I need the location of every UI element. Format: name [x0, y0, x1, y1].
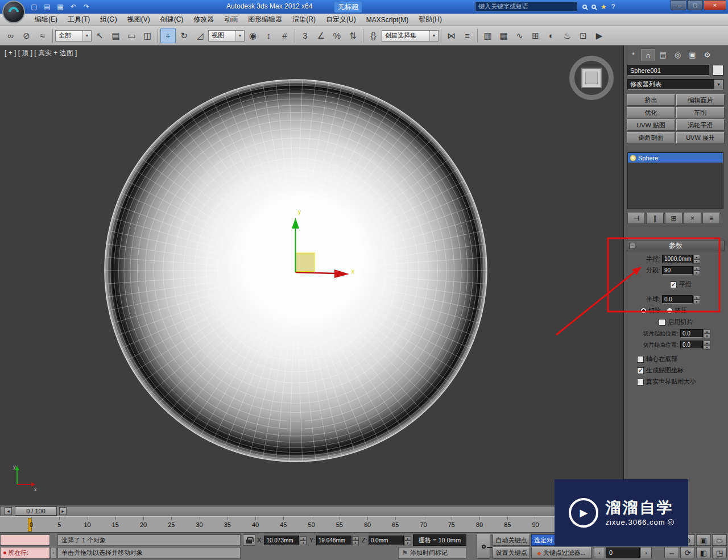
select-object-icon[interactable]: ↖: [92, 28, 107, 43]
base-pivot-checkbox[interactable]: [637, 356, 644, 363]
hemisphere-field[interactable]: 0.0: [662, 295, 693, 304]
configure-modifier-sets-icon[interactable]: ≡: [702, 213, 720, 224]
communities-search-icon[interactable]: [592, 5, 596, 9]
x-coordinate-field[interactable]: 10.073mm: [264, 536, 299, 545]
z-coordinate-field[interactable]: 0.0mm: [369, 536, 404, 545]
menu-item-4[interactable]: 创建(C): [155, 14, 189, 26]
y-spinner[interactable]: ▲▼: [352, 536, 359, 545]
smooth-checkbox[interactable]: [670, 281, 677, 288]
remove-modifier-icon[interactable]: ×: [684, 213, 701, 224]
angle-snap-icon[interactable]: ∠: [313, 28, 329, 43]
schematic-view-icon[interactable]: ⊞: [528, 28, 543, 43]
menu-item-1[interactable]: 工具(T): [63, 14, 95, 26]
select-and-link-icon[interactable]: ∞: [3, 28, 18, 43]
segments-field[interactable]: 90: [662, 266, 693, 275]
walkthrough-icon[interactable]: ◧: [696, 547, 711, 558]
modifier-button-2[interactable]: 优化: [627, 107, 675, 118]
collapse-rollout-icon[interactable]: −: [629, 243, 635, 249]
maxscript-macro-recorder[interactable]: [0, 534, 50, 546]
bind-to-space-warp-icon[interactable]: ≈: [35, 28, 50, 43]
frame-back-button[interactable]: ‹: [594, 547, 605, 558]
modifier-button-4[interactable]: UVW 贴图: [627, 119, 675, 131]
add-time-tag[interactable]: ⚑ 添加时间标记: [398, 547, 466, 559]
time-slider[interactable]: ◂ 0 / 100 ▸: [0, 505, 623, 516]
parameters-rollout-header[interactable]: − 参数: [627, 240, 725, 251]
favorites-star-icon[interactable]: ★: [601, 3, 607, 11]
redo-icon[interactable]: ↷: [81, 1, 92, 12]
menu-item-6[interactable]: 动画: [219, 14, 243, 26]
select-by-name-icon[interactable]: ▤: [108, 28, 123, 43]
current-frame-field[interactable]: 0: [606, 547, 640, 558]
radius-spinner[interactable]: ▲▼: [693, 255, 700, 263]
menu-item-3[interactable]: 视图(V): [122, 14, 155, 26]
make-unique-icon[interactable]: ⊞: [665, 213, 682, 224]
viewcube[interactable]: [569, 56, 614, 100]
close-button[interactable]: ×: [704, 0, 726, 10]
time-slider-track[interactable]: [0, 506, 623, 516]
select-and-scale-icon[interactable]: ◿: [192, 28, 208, 43]
mirror-icon[interactable]: ⋈: [444, 28, 459, 43]
slice-from-field[interactable]: 0.0: [680, 329, 703, 338]
zoom-region-icon[interactable]: ▭: [712, 534, 727, 546]
select-and-move-icon[interactable]: +: [160, 28, 176, 43]
minimize-button[interactable]: —: [671, 0, 686, 10]
chop-radio[interactable]: [640, 308, 647, 314]
material-editor-icon[interactable]: ◐: [544, 28, 559, 43]
selection-region-icon[interactable]: ▭: [124, 28, 139, 43]
maximize-viewport-icon[interactable]: ◳: [712, 547, 727, 558]
tab-display[interactable]: ▣: [685, 49, 700, 61]
tab-hierarchy[interactable]: ▤: [656, 49, 670, 61]
radius-field[interactable]: 1000.0mm: [662, 255, 693, 263]
snap-toggle-icon[interactable]: 3: [297, 28, 313, 43]
named-selection-sets-dropdown[interactable]: 创建选择集▼: [382, 30, 439, 42]
slice-from-spinner[interactable]: ▲▼: [704, 329, 710, 338]
menu-item-11[interactable]: 帮助(H): [413, 14, 447, 26]
modifier-button-7[interactable]: UVW 展开: [676, 132, 725, 143]
application-menu-button[interactable]: [2, 1, 25, 23]
viewport-top[interactable]: [ + ] [ 顶 ] [ 真实 + 边面 ]: [0, 45, 624, 505]
orbit-icon[interactable]: ⟳: [680, 547, 695, 558]
set-keys-button[interactable]: [477, 534, 490, 559]
next-frame-step-icon[interactable]: ▸: [59, 507, 67, 515]
modifier-button-6[interactable]: 倒角剖面: [627, 132, 675, 143]
modifier-stack[interactable]: Sphere: [627, 152, 723, 209]
auto-key-button[interactable]: 自动关键点: [493, 534, 530, 546]
menu-item-9[interactable]: 自定义(U): [321, 14, 361, 26]
listener-expand-button[interactable]: ‹: [51, 547, 56, 559]
real-world-checkbox[interactable]: [637, 379, 644, 385]
hemisphere-spinner[interactable]: ▲▼: [693, 295, 700, 304]
render-setup-icon[interactable]: ♨: [560, 28, 575, 43]
tab-motion[interactable]: ◎: [671, 49, 685, 61]
render-production-icon[interactable]: ▶: [592, 28, 607, 43]
percent-snap-icon[interactable]: %: [329, 28, 345, 43]
open-file-icon[interactable]: ▤: [42, 1, 53, 12]
object-color-swatch[interactable]: [713, 65, 723, 76]
show-end-result-icon[interactable]: ∥: [646, 213, 664, 224]
object-name-field[interactable]: Sphere001: [627, 65, 709, 76]
select-and-rotate-icon[interactable]: ↻: [176, 28, 192, 43]
maximize-button[interactable]: □: [687, 0, 703, 10]
slice-to-field[interactable]: 0.0: [680, 341, 703, 349]
curve-editor-icon[interactable]: ∿: [512, 28, 527, 43]
menu-item-2[interactable]: 组(G): [95, 14, 122, 26]
use-pivot-center-icon[interactable]: ◉: [245, 28, 260, 43]
save-file-icon[interactable]: ▦: [55, 1, 66, 12]
spinner-snap-icon[interactable]: ⇅: [345, 28, 361, 43]
select-and-manipulate-icon[interactable]: ↕: [261, 28, 276, 43]
y-coordinate-field[interactable]: 19.048mm: [316, 536, 351, 545]
help-icon[interactable]: ?: [611, 3, 615, 11]
modifier-button-0[interactable]: 挤出: [627, 94, 675, 106]
tab-create[interactable]: *: [626, 49, 640, 61]
menu-item-0[interactable]: 编辑(E): [30, 14, 63, 26]
track-bar[interactable]: 0510152025303540455055606570758085909510…: [0, 516, 623, 533]
window-crossing-icon[interactable]: ◫: [140, 28, 155, 43]
selection-filter-dropdown[interactable]: 全部▼: [55, 30, 92, 42]
maxscript-mini-listener[interactable]: 所在行:: [0, 547, 50, 559]
reference-coordinate-dropdown[interactable]: 视图▼: [208, 30, 245, 42]
key-filters-button[interactable]: ◆ 关键点过滤器...: [531, 547, 592, 559]
tab-modify[interactable]: ∩: [641, 49, 655, 61]
pin-stack-icon[interactable]: ⊣: [627, 213, 645, 224]
unlink-selection-icon[interactable]: ⊘: [19, 28, 34, 43]
z-spinner[interactable]: ▲▼: [404, 536, 411, 545]
gen-mapping-checkbox[interactable]: [637, 367, 644, 374]
